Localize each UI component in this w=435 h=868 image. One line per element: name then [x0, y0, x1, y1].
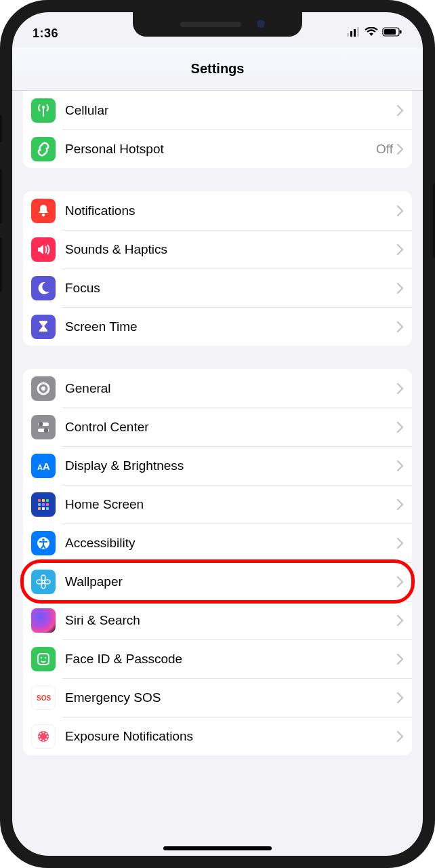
chevron-right-icon: [397, 244, 404, 255]
settings-row-display[interactable]: Display & Brightness: [23, 446, 412, 485]
chevron-right-icon: [397, 205, 404, 216]
settings-content[interactable]: CellularPersonal HotspotOffNotifications…: [12, 91, 423, 856]
home-indicator[interactable]: [163, 846, 272, 850]
row-label: Face ID & Passcode: [65, 652, 397, 667]
settings-row-homescreen[interactable]: Home Screen: [23, 485, 412, 524]
chevron-right-icon: [397, 383, 404, 394]
side-button: [0, 115, 2, 142]
settings-row-notifications[interactable]: Notifications: [23, 191, 412, 230]
svg-rect-3: [357, 27, 359, 37]
settings-row-cellular[interactable]: Cellular: [23, 91, 412, 130]
status-icons: [347, 27, 402, 39]
row-value: Off: [376, 142, 393, 157]
settings-group-network: CellularPersonal HotspotOff: [23, 91, 412, 168]
page-title: Settings: [191, 61, 245, 77]
phone-frame: 1:36 Settings CellularPersonal HotspotOf…: [0, 0, 435, 868]
speaker-icon: [31, 237, 56, 262]
chevron-right-icon: [397, 499, 404, 510]
cellular-signal-icon: [347, 27, 360, 39]
moon-icon: [31, 276, 56, 300]
svg-rect-6: [400, 31, 402, 34]
chevron-right-icon: [397, 105, 404, 116]
settings-row-wallpaper[interactable]: Wallpaper: [23, 562, 412, 601]
chevron-right-icon: [397, 654, 404, 665]
settings-row-sos[interactable]: Emergency SOS: [23, 678, 412, 717]
settings-row-general[interactable]: General: [23, 369, 412, 408]
battery-icon: [382, 27, 402, 39]
row-label: General: [65, 381, 397, 396]
settings-row-screentime[interactable]: Screen Time: [23, 307, 412, 346]
flower-icon: [31, 570, 56, 594]
chevron-right-icon: [397, 692, 404, 703]
siri-icon: [31, 608, 56, 633]
wifi-icon: [365, 27, 378, 39]
side-button: [0, 170, 2, 224]
chevron-right-icon: [397, 321, 404, 332]
chevron-right-icon: [397, 422, 404, 433]
gear-icon: [31, 376, 56, 401]
status-time: 1:36: [33, 26, 58, 41]
row-label: Sounds & Haptics: [65, 242, 397, 257]
settings-group-system: GeneralControl CenterDisplay & Brightnes…: [23, 369, 412, 755]
textsize-icon: [31, 454, 56, 478]
chevron-right-icon: [397, 144, 404, 155]
hourglass-icon: [31, 315, 56, 339]
settings-row-hotspot[interactable]: Personal HotspotOff: [23, 130, 412, 168]
svg-rect-5: [384, 29, 396, 35]
chevron-right-icon: [397, 576, 404, 587]
appgrid-icon: [31, 492, 56, 517]
settings-row-controlcenter[interactable]: Control Center: [23, 408, 412, 446]
row-label: Control Center: [65, 420, 397, 435]
toggles-icon: [31, 415, 56, 439]
side-button: [0, 237, 2, 292]
svg-rect-2: [354, 29, 356, 37]
notch: [133, 12, 302, 37]
row-label: Home Screen: [65, 497, 397, 512]
screen: 1:36 Settings CellularPersonal HotspotOf…: [12, 12, 423, 856]
exposure-icon: [31, 724, 56, 749]
svg-rect-1: [350, 31, 352, 37]
settings-row-exposure[interactable]: Exposure Notifications: [23, 717, 412, 755]
row-label: Focus: [65, 281, 397, 296]
settings-row-faceid[interactable]: Face ID & Passcode: [23, 639, 412, 678]
settings-row-focus[interactable]: Focus: [23, 269, 412, 307]
sos-icon: [31, 686, 56, 710]
bell-icon: [31, 199, 56, 223]
nav-header: Settings: [12, 47, 423, 91]
chevron-right-icon: [397, 283, 404, 294]
row-label: Cellular: [65, 103, 397, 118]
row-label: Wallpaper: [65, 574, 397, 589]
row-label: Personal Hotspot: [65, 142, 376, 157]
chevron-right-icon: [397, 538, 404, 549]
row-label: Emergency SOS: [65, 690, 397, 705]
row-label: Accessibility: [65, 536, 397, 551]
antenna-icon: [31, 98, 56, 123]
link-icon: [31, 137, 56, 161]
chevron-right-icon: [397, 460, 404, 471]
settings-row-accessibility[interactable]: Accessibility: [23, 524, 412, 562]
row-label: Screen Time: [65, 319, 397, 334]
row-label: Display & Brightness: [65, 458, 397, 473]
chevron-right-icon: [397, 615, 404, 626]
faceid-icon: [31, 647, 56, 671]
row-label: Notifications: [65, 203, 397, 218]
settings-group-alerts: NotificationsSounds & HapticsFocusScreen…: [23, 191, 412, 346]
row-label: Exposure Notifications: [65, 729, 397, 744]
settings-row-sounds[interactable]: Sounds & Haptics: [23, 230, 412, 269]
row-label: Siri & Search: [65, 613, 397, 628]
accessibility-icon: [31, 531, 56, 555]
settings-row-siri[interactable]: Siri & Search: [23, 601, 412, 639]
svg-rect-0: [347, 33, 349, 37]
chevron-right-icon: [397, 731, 404, 742]
